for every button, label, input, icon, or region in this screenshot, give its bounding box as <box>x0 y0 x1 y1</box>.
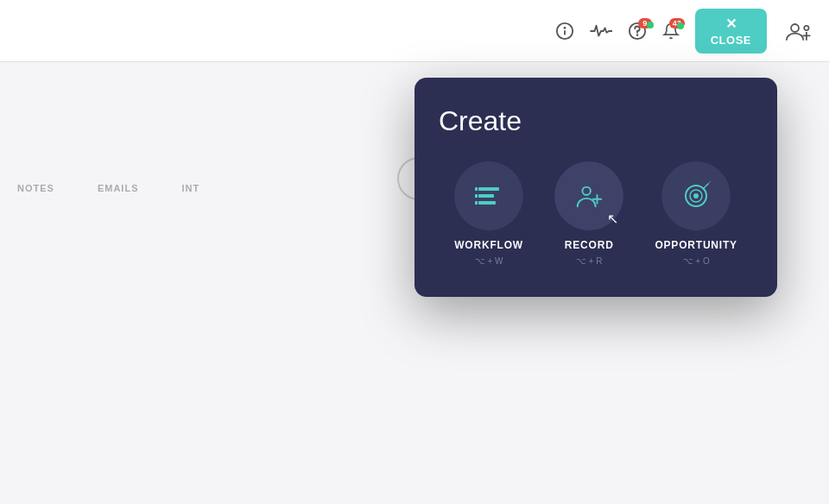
close-label: CLOSE <box>711 34 751 47</box>
svg-rect-12 <box>475 187 478 191</box>
svg-point-15 <box>583 187 591 195</box>
topbar: 9 43 ✕ CLOSE <box>0 0 829 62</box>
tab-notes[interactable]: NOTES <box>17 183 54 193</box>
tab-emails[interactable]: EMAILS <box>98 183 139 193</box>
svg-point-4 <box>636 35 637 35</box>
create-panel: Create WORKFLOW ⌥ + W <box>414 78 777 297</box>
workflow-circle <box>454 161 523 230</box>
svg-rect-14 <box>475 201 478 205</box>
close-x-icon: ✕ <box>725 16 737 32</box>
record-shortcut: ⌥ + R <box>576 256 603 266</box>
info-icon[interactable] <box>555 22 574 41</box>
create-record-item[interactable]: ↖ RECORD ⌥ + R <box>554 161 623 266</box>
workflow-label: WORKFLOW <box>454 239 523 251</box>
close-button[interactable]: ✕ CLOSE <box>695 9 767 54</box>
help-icon[interactable]: 9 <box>628 22 647 41</box>
svg-point-6 <box>804 25 808 29</box>
tab-int[interactable]: INT <box>181 183 199 193</box>
opportunity-circle <box>661 161 731 230</box>
nav-tabs: NOTES EMAILS INT <box>17 183 199 193</box>
workflow-shortcut: ⌥ + W <box>475 256 503 266</box>
user-settings-icon[interactable] <box>782 15 815 47</box>
create-items: WORKFLOW ⌥ + W ↖ RECORD ⌥ + R <box>439 161 753 266</box>
opportunity-shortcut: ⌥ + O <box>683 256 710 266</box>
record-circle: ↖ <box>554 161 623 230</box>
svg-point-20 <box>693 193 699 198</box>
bell-badge-dot <box>677 22 684 29</box>
create-workflow-item[interactable]: WORKFLOW ⌥ + W <box>454 161 523 266</box>
heartbeat-icon[interactable] <box>590 22 612 41</box>
svg-rect-13 <box>475 194 478 198</box>
create-opportunity-item[interactable]: OPPORTUNITY ⌥ + O <box>655 161 737 266</box>
svg-point-5 <box>791 24 799 32</box>
svg-rect-10 <box>478 194 494 198</box>
bell-icon[interactable]: 43 <box>662 22 680 41</box>
svg-rect-9 <box>478 187 499 191</box>
opportunity-label: OPPORTUNITY <box>655 239 737 251</box>
record-label: RECORD <box>565 239 614 251</box>
cursor-pointer-icon: ↖ <box>607 211 618 227</box>
help-badge-dot <box>647 22 654 28</box>
svg-rect-11 <box>478 201 496 205</box>
create-title: Create <box>439 105 753 137</box>
